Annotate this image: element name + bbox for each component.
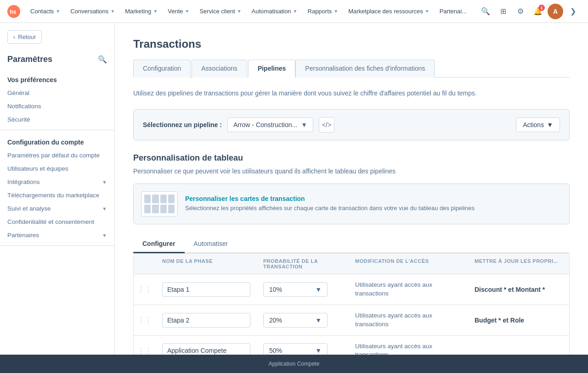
- probability-cell: 20%▼: [257, 306, 349, 334]
- nav-item[interactable]: Marketing▼: [120, 5, 162, 17]
- top-navigation: hs Contacts▼Conversations▼Marketing▼Vent…: [0, 0, 588, 23]
- nav-item[interactable]: Vente▼: [163, 5, 194, 17]
- sidebar-item[interactable]: Suivi et analyse▼: [0, 202, 114, 215]
- sidebar-item-label: Confidentialité et consentement: [7, 218, 94, 225]
- table-header-cell-1: NOM DE LA PHASE: [156, 254, 257, 274]
- probability-dropdown[interactable]: 20%▼: [263, 313, 328, 328]
- thumb-cell: [160, 195, 167, 203]
- sidebar-item[interactable]: Intégrations▼: [0, 175, 114, 189]
- nav-item[interactable]: Rapports▼: [303, 5, 343, 17]
- pipeline-value: Arrow - Construction...: [233, 121, 297, 128]
- sidebar-search-icon[interactable]: 🔍: [98, 55, 107, 64]
- chevron-down-icon: ▼: [102, 179, 107, 185]
- actions-button[interactable]: Actions ▼: [516, 117, 560, 132]
- drag-handle-icon[interactable]: ⋮⋮: [134, 346, 156, 355]
- tab-associations[interactable]: Associations: [192, 60, 247, 78]
- tab-personnalisation-des-fiches-d'informations[interactable]: Personnalisation des fiches d'informatio…: [295, 60, 435, 78]
- pipeline-dropdown[interactable]: Arrow - Construction... ▼: [227, 117, 313, 132]
- nav-item[interactable]: Marketplace des ressources▼: [344, 5, 434, 17]
- props-text: Discount * et Montant *: [475, 286, 545, 293]
- stage-name-input[interactable]: [162, 313, 250, 328]
- chevron-down-icon: ▼: [293, 9, 298, 14]
- nav-item[interactable]: Automatisation▼: [247, 5, 302, 17]
- hubspot-logo[interactable]: hs: [7, 5, 20, 18]
- sidebar-item-label: Paramètres par défaut du compte: [7, 152, 100, 159]
- chevron-down-icon: ▼: [102, 233, 107, 238]
- back-label: Retour: [18, 33, 36, 40]
- table-header: NOM DE LA PHASEPROBABILITÉ DE LA TRANSAC…: [134, 254, 569, 274]
- chevron-down-icon: ▼: [334, 9, 338, 14]
- section-desc: Personnaliser ce que peuvent voir les ut…: [133, 167, 570, 176]
- bottom-bar: Application Compete: [0, 355, 588, 373]
- back-arrow-icon: ‹: [13, 33, 15, 40]
- access-text: Utilisateurs ayant accès aux transaction…: [355, 281, 432, 297]
- customize-sub: Sélectionnez les propriétés affichées su…: [185, 205, 475, 212]
- table-row: ⋮⋮20%▼Utilisateurs ayant accès aux trans…: [134, 305, 569, 336]
- thumb-cell: [152, 195, 158, 203]
- code-icon[interactable]: </>: [319, 117, 334, 133]
- probability-cell: 10%▼: [257, 276, 349, 303]
- nav-right: 🔍 ⊞ ⚙ 🔔 1 A ❯: [478, 4, 581, 19]
- pipeline-selector: Sélectionnez un pipeline : Arrow - Const…: [133, 109, 570, 140]
- subtab-automatiser[interactable]: Automatiser: [185, 235, 237, 253]
- sidebar-item[interactable]: Téléchargements du marketplace: [0, 189, 114, 202]
- subtab-configurer[interactable]: Configurer: [133, 235, 185, 253]
- sidebar-item[interactable]: Partenaires▼: [0, 228, 114, 242]
- access-text: Utilisateurs ayant accès aux transaction…: [355, 312, 432, 328]
- layout: ‹ Retour Paramètres 🔍 Vos préférencesGén…: [0, 23, 588, 373]
- props-text: Budget * et Role: [475, 317, 524, 324]
- nav-item[interactable]: Conversations▼: [66, 5, 119, 17]
- notif-badge: 1: [538, 5, 545, 11]
- customize-link[interactable]: Personnaliser les cartes de transaction: [185, 195, 475, 202]
- search-icon[interactable]: 🔍: [478, 4, 493, 19]
- sidebar-section-title: Vos préférences: [0, 72, 114, 86]
- back-button[interactable]: ‹ Retour: [7, 30, 42, 44]
- nav-items: Contacts▼Conversations▼Marketing▼Vente▼S…: [26, 5, 478, 17]
- drag-handle-icon[interactable]: ⋮⋮: [134, 316, 156, 324]
- nav-item[interactable]: Partenai...: [435, 5, 471, 17]
- drag-handle-icon[interactable]: ⋮⋮: [134, 285, 156, 294]
- probability-dropdown[interactable]: 10%▼: [263, 282, 328, 297]
- stage-name-input[interactable]: [162, 282, 250, 297]
- sidebar-item-label: Utilisateurs et équipes: [7, 165, 68, 172]
- user-avatar[interactable]: A: [548, 4, 563, 19]
- pipeline-caret-icon: ▼: [301, 121, 307, 128]
- table-header-cell-4: METTRE À JOUR LES PROPRI...: [468, 254, 569, 274]
- customize-text: Personnaliser les cartes de transaction …: [185, 195, 475, 212]
- probability-value: 20%: [269, 317, 282, 324]
- thumb-cell: [144, 205, 151, 213]
- thumb-cell: [152, 205, 158, 213]
- nav-item[interactable]: Service client▼: [195, 5, 246, 17]
- chevron-down-icon: ▼: [185, 9, 189, 14]
- notifications-icon[interactable]: 🔔 1: [530, 4, 546, 19]
- sidebar-item-label: Partenaires: [7, 232, 39, 239]
- nav-item[interactable]: Contacts▼: [26, 5, 65, 17]
- table-body: ⋮⋮10%▼Utilisateurs ayant accès aux trans…: [134, 274, 569, 366]
- sidebar-item[interactable]: Notifications: [0, 100, 114, 113]
- access-cell: Utilisateurs ayant accès aux transaction…: [349, 305, 468, 335]
- apps-icon[interactable]: ⊞: [495, 4, 511, 19]
- svg-text:hs: hs: [10, 8, 17, 15]
- sidebar-header: Paramètres 🔍: [0, 51, 114, 72]
- probability-value: 50%: [269, 347, 282, 354]
- chevron-down-icon: ▼: [56, 9, 60, 14]
- probability-caret-icon: ▼: [315, 347, 322, 354]
- sidebar-divider: [0, 130, 114, 130]
- sidebar-item[interactable]: Confidentialité et consentement: [0, 215, 114, 228]
- props-cell: Discount * et Montant *: [468, 279, 569, 300]
- thumb-cell: [144, 195, 151, 203]
- sidebar-item[interactable]: Paramètres par défaut du compte: [0, 149, 114, 162]
- chevron-down-icon: ▼: [425, 9, 430, 14]
- sidebar-item-label: Général: [7, 89, 29, 96]
- tab-configuration[interactable]: Configuration: [133, 60, 191, 78]
- access-cell: Utilisateurs ayant accès aux transaction…: [349, 274, 468, 305]
- sidebar-item-label: Intégrations: [7, 178, 40, 185]
- settings-icon[interactable]: ⚙: [513, 4, 528, 19]
- sidebar-item-label: Téléchargements du marketplace: [7, 192, 99, 199]
- tab-pipelines[interactable]: Pipelines: [248, 60, 295, 78]
- expand-icon[interactable]: ❯: [565, 4, 581, 19]
- sidebar-item[interactable]: Général: [0, 86, 114, 100]
- sidebar-item[interactable]: Sécurité: [0, 113, 114, 126]
- sidebar-item[interactable]: Utilisateurs et équipes: [0, 162, 114, 175]
- page-tabs: ConfigurationAssociationsPipelinesPerson…: [133, 60, 570, 78]
